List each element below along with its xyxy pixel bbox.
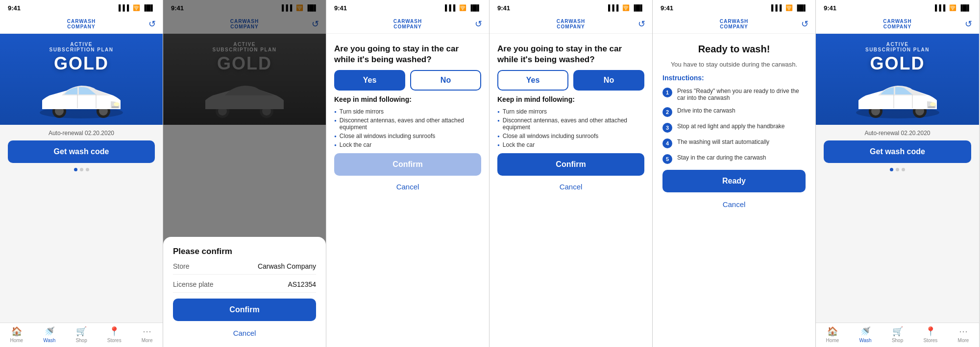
signal-icon: ▌▌▌: [119, 4, 131, 11]
status-bar-6: 9:41 ▌▌▌ 🛜 ▐█▌: [816, 0, 979, 15]
app-header-3: CARWASH COMPANY ↺: [326, 15, 489, 34]
nav-wash-label-6: Wash: [859, 338, 871, 343]
ready-title: Ready to wash!: [662, 44, 806, 55]
battery-icon: ▐█▌: [142, 4, 155, 11]
status-icons-6: ▌▌▌ 🛜 ▐█▌: [935, 4, 971, 11]
renewal-text-1: Auto-renewal 02.20.2020: [49, 130, 114, 137]
phone-screen-2: 9:41 ▌▌▌ 🛜 ▐█▌ CARWASH COMPANY ↺ ACTIVES…: [163, 0, 326, 347]
brand-line1: CARWASH: [67, 19, 96, 24]
car-image-6: [849, 76, 947, 125]
confirm-modal-sheet: Please confirm Store Carwash Company Lic…: [163, 237, 326, 347]
bullet-item-4-1: Turn side mirrors: [497, 108, 644, 115]
nav-wash-6[interactable]: 🚿 Wash: [859, 326, 871, 343]
confirm-button-3[interactable]: Confirm: [334, 153, 481, 176]
signal-icon-4: ▌▌▌: [608, 4, 621, 11]
no-button-3[interactable]: No: [410, 70, 481, 91]
ready-content-5: Ready to wash! You have to stay outside …: [653, 34, 815, 347]
cancel-link-5[interactable]: Cancel: [662, 198, 806, 210]
plate-value: AS12354: [288, 280, 316, 288]
phone-screen-4: 9:41 ▌▌▌ 🛜 ▐█▌ CARWASH COMPANY ↺ Are you…: [490, 0, 653, 347]
dot-6-3: [902, 168, 905, 171]
bullet-item-4-3: Close all windows including sunroofs: [497, 133, 644, 139]
brand-line2: COMPANY: [67, 24, 96, 29]
dot-2: [80, 168, 83, 171]
time-3: 9:41: [334, 4, 347, 12]
bullet-list-3: Turn side mirrors Disconnect antennas, e…: [334, 108, 481, 148]
reload-button-5[interactable]: ↺: [801, 19, 808, 29]
reload-button-6[interactable]: ↺: [965, 19, 972, 29]
battery-icon-3: ▐█▌: [468, 4, 481, 11]
question-title-4: Are you going to stay in the car while i…: [497, 44, 644, 65]
plan-name-1: GOLD: [54, 53, 109, 74]
yes-no-row-3: Yes No: [334, 70, 481, 91]
svg-rect-6: [112, 106, 119, 108]
no-button-4[interactable]: No: [573, 70, 644, 91]
dot-3: [86, 168, 89, 171]
brand-logo-1: CARWASH COMPANY: [67, 19, 96, 29]
nav-more-6[interactable]: ⋯ More: [958, 326, 969, 343]
app-header-4: CARWASH COMPANY ↺: [490, 15, 652, 34]
nav-stores-1[interactable]: 📍 Stores: [107, 326, 122, 343]
dot-1: [74, 168, 77, 171]
cancel-link-2[interactable]: Cancel: [173, 327, 316, 339]
nav-home-label: Home: [10, 338, 24, 343]
reload-button-3[interactable]: ↺: [475, 19, 482, 29]
app-header-1: CARWASH COMPANY ↺: [0, 15, 163, 34]
plate-row: License plate AS12354: [173, 280, 316, 293]
plan-name-6: GOLD: [870, 53, 925, 74]
nav-shop-6[interactable]: 🛒 Shop: [892, 326, 903, 343]
nav-more-label-6: More: [958, 338, 969, 343]
nav-home-1[interactable]: 🏠 Home: [10, 326, 24, 343]
app-header-6: CARWASH COMPANY ↺: [816, 15, 979, 34]
instruction-1: 1 Press "Ready" when you are ready to dr…: [662, 88, 806, 101]
battery-icon-6: ▐█▌: [958, 4, 971, 11]
nav-shop-label: Shop: [75, 338, 87, 343]
yes-no-row-4: Yes No: [497, 70, 644, 91]
wifi-icon-3: 🛜: [459, 4, 466, 11]
status-icons-3: ▌▌▌ 🛜 ▐█▌: [445, 4, 481, 11]
nav-wash-1[interactable]: 🚿 Wash: [43, 326, 55, 343]
yes-button-4[interactable]: Yes: [497, 70, 568, 91]
time-5: 9:41: [661, 4, 673, 12]
confirm-modal-overlay: Please confirm Store Carwash Company Lic…: [163, 0, 326, 347]
nav-home-6[interactable]: 🏠 Home: [826, 326, 839, 343]
phone-screen-3: 9:41 ▌▌▌ 🛜 ▐█▌ CARWASH COMPANY ↺ Are you…: [326, 0, 490, 347]
nav-more-1[interactable]: ⋯ More: [142, 326, 153, 343]
phone-screen-6: 9:41 ▌▌▌ 🛜 ▐█▌ CARWASH COMPANY ↺ ACTIVES…: [816, 0, 979, 347]
signal-icon-3: ▌▌▌: [445, 4, 458, 11]
more-icon: ⋯: [143, 326, 151, 337]
cancel-link-4[interactable]: Cancel: [497, 181, 644, 193]
get-wash-code-button-1[interactable]: Get wash code: [8, 140, 155, 163]
reload-button-4[interactable]: ↺: [638, 19, 645, 29]
modal-title: Please confirm: [173, 247, 316, 256]
reload-button-1[interactable]: ↺: [148, 19, 156, 29]
page-dots-1: [74, 168, 89, 171]
ready-button[interactable]: Ready: [662, 170, 806, 192]
home-icon-6: 🏠: [827, 326, 838, 337]
nav-stores-6[interactable]: 📍 Stores: [923, 326, 937, 343]
nav-wash-label: Wash: [43, 338, 55, 343]
yes-button-3[interactable]: Yes: [334, 70, 405, 91]
brand-logo-3: CARWASH COMPANY: [393, 19, 422, 29]
wash-icon: 🚿: [44, 326, 55, 337]
status-bar-1: 9:41 ▌▌▌ 🛜 ▐█▌: [0, 0, 163, 15]
blue-banner-6: ACTIVESUBSCRIPTION PLAN GOLD: [816, 34, 979, 125]
cancel-link-3[interactable]: Cancel: [334, 181, 481, 193]
ready-subtitle: You have to stay outside during the carw…: [662, 61, 806, 68]
nav-shop-1[interactable]: 🛒 Shop: [75, 326, 87, 343]
get-wash-code-button-6[interactable]: Get wash code: [824, 140, 971, 163]
stores-icon-6: 📍: [925, 326, 936, 337]
wifi-icon: 🛜: [133, 4, 140, 11]
svg-rect-19: [928, 106, 935, 108]
confirm-button-2[interactable]: Confirm: [173, 299, 316, 321]
car-image-1: [32, 76, 130, 125]
question-title-3: Are you going to stay in the car while i…: [334, 44, 481, 65]
wifi-icon-5: 🛜: [785, 4, 793, 11]
confirm-button-4[interactable]: Confirm: [497, 153, 644, 176]
app-header-5: CARWASH COMPANY ↺: [653, 15, 815, 34]
page-dots-6: [890, 168, 905, 171]
store-value: Carwash Company: [258, 262, 316, 270]
status-bar-3: 9:41 ▌▌▌ 🛜 ▐█▌: [326, 0, 489, 15]
bullet-item-3-4: Lock the car: [334, 141, 481, 148]
instruction-5: 5 Stay in the car during the carwash: [662, 154, 806, 164]
